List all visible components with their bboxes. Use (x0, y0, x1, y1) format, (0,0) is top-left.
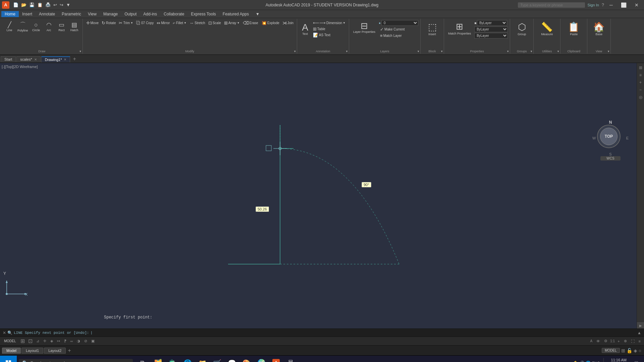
table-btn[interactable]: ⊞Table (312, 26, 347, 32)
help-btn[interactable]: ? (602, 2, 604, 7)
menu-view[interactable]: View (85, 11, 100, 17)
view3d-btn[interactable]: ◈ (634, 348, 637, 353)
top-view-btn[interactable]: TOP (600, 128, 618, 145)
layer-select[interactable]: 0 (381, 20, 418, 26)
line-btn[interactable]: ╱Line (3, 20, 15, 33)
menu-workspace[interactable]: ▼ (252, 11, 263, 17)
taskbar-autocad[interactable]: A (269, 356, 283, 362)
taskbar-chrome[interactable]: 🌍 (254, 356, 268, 362)
mirror-btn[interactable]: ⇔Mirror (155, 20, 171, 26)
join-btn[interactable]: ⋊Join (281, 20, 295, 26)
grid-btn[interactable]: ⊞ (19, 337, 26, 345)
zoom-fit-btn[interactable]: ⊕ (623, 338, 628, 344)
selection-btn[interactable]: ▣ (90, 338, 96, 344)
close-btn[interactable]: ✕ (632, 2, 641, 8)
tab-drawing1[interactable]: Drawing1* ✕ (41, 56, 70, 62)
add-layout-btn[interactable]: + (66, 348, 72, 354)
tab-scales[interactable]: scales* ✕ (16, 56, 40, 62)
text-btn[interactable]: A Text (299, 21, 311, 37)
clock[interactable]: 11:16 AM 15-01-2020 (605, 357, 629, 362)
cmd-expand-btn[interactable]: ▲ (637, 330, 641, 335)
linetype-select[interactable]: ByLayer (474, 26, 508, 32)
menu-addins[interactable]: Add-ins (140, 11, 160, 17)
minimize-btn[interactable]: ─ (607, 2, 615, 8)
layout1-tab[interactable]: Layout1 (21, 348, 43, 354)
color-select[interactable]: ByLayer (477, 20, 507, 26)
make-current-btn[interactable]: ✓Make Current (379, 26, 418, 32)
as-text-btn[interactable]: 📝AS Text (312, 32, 347, 38)
snap-btn[interactable]: ⊡ (27, 337, 34, 345)
dimension-btn[interactable]: ⟵⟶Dimension▼ (312, 20, 347, 26)
model-tab[interactable]: Model (2, 348, 21, 354)
menu-featured[interactable]: Featured Apps (219, 11, 252, 17)
lineweight-btn[interactable]: ═ (69, 339, 74, 344)
quickprop-btn[interactable]: ⊘ (83, 338, 89, 344)
viewport-btn-1[interactable]: ⊞ (637, 64, 644, 71)
customstatus-btn[interactable]: ≡ (637, 339, 642, 344)
undo-btn[interactable]: ↩ (52, 2, 58, 8)
add-tab-btn[interactable]: + (71, 56, 78, 62)
transparency-btn[interactable]: ◑ (75, 338, 82, 344)
close-scales-tab[interactable]: ✕ (34, 58, 37, 61)
cmd-search-btn[interactable]: 🔍 (7, 330, 12, 335)
taskbar-store2[interactable]: 🛒 (210, 356, 224, 362)
annotscale-btn[interactable]: A (589, 339, 594, 344)
viewport-btn-4[interactable]: − (637, 86, 644, 93)
save-btn[interactable]: 💾 (28, 2, 36, 8)
viewport-btn-3[interactable]: + (637, 79, 644, 86)
paste-btn[interactable]: 📋 Paste (565, 20, 582, 37)
taskbar-search[interactable]: 🔍 Type here to search (19, 359, 133, 362)
viewport-btn-5[interactable]: ◎ (637, 94, 644, 101)
model-space-btn[interactable]: MODEL (602, 348, 620, 353)
circle-btn[interactable]: ○Circle (30, 20, 42, 33)
rotate-btn[interactable]: ↻Rotate (100, 20, 117, 26)
keyword-search[interactable] (518, 2, 585, 8)
open-btn[interactable]: 📂 (20, 2, 28, 8)
menu-insert[interactable]: Insert (19, 11, 36, 17)
maximize-btn[interactable]: ⬜ (618, 2, 629, 8)
arc-btn[interactable]: ◠Arc (43, 20, 55, 33)
menu-collaborate[interactable]: Collaborate (160, 11, 187, 17)
taskbar-app1[interactable]: 🎨 (239, 356, 254, 362)
sys-tray[interactable]: 🔔🔊🌐 ENG (571, 360, 602, 362)
hatch-btn[interactable]: ▤Hatch (68, 20, 80, 33)
trim-btn[interactable]: ✂Trim▼ (117, 20, 135, 26)
saveas-btn[interactable]: 📋 (36, 2, 44, 8)
tab-start[interactable]: Start (1, 56, 16, 62)
array-btn[interactable]: ⊞Array▼ (223, 20, 241, 26)
sign-in-btn[interactable]: Sign In (588, 3, 599, 7)
copy-btn[interactable]: ⿻07 Copy (135, 20, 155, 26)
dynin-btn[interactable]: ⁋ (63, 338, 68, 344)
taskbar-calc[interactable]: 🖩 (284, 356, 298, 362)
menu-express[interactable]: Express Tools (187, 11, 219, 17)
stretch-btn[interactable]: ↔Stretch (188, 20, 207, 26)
match-layer-btn[interactable]: ≡Match Layer (379, 33, 418, 39)
menu-parametric[interactable]: Parametric (58, 11, 85, 17)
layer-properties-btn[interactable]: ⊟ Layer Properties (351, 20, 377, 35)
polyline-btn[interactable]: ⌒Polyline (16, 20, 30, 33)
menu-output[interactable]: Output (121, 11, 140, 17)
new-btn[interactable]: 📄 (12, 2, 19, 8)
taskview-btn[interactable]: ⧉ (135, 356, 150, 362)
lock-vp-btn[interactable]: 🔓 (627, 348, 632, 353)
scroll-right[interactable]: ▶ (637, 322, 644, 328)
zoom-in-status[interactable]: + (616, 339, 621, 344)
taskbar-explorer2[interactable]: 📁 (195, 356, 209, 362)
lineweight-select[interactable]: ByLayer (474, 33, 508, 39)
polar-btn[interactable]: ✛ (42, 338, 48, 344)
paper-btn[interactable]: ⊞ (621, 348, 625, 353)
anno-vis-btn[interactable]: 👁 (595, 339, 601, 344)
fillet-btn[interactable]: ⌐Fillet▼ (171, 20, 188, 26)
taskbar-whatsapp[interactable]: 💬 (225, 356, 239, 362)
group-btn[interactable]: ⬡ Group (515, 20, 529, 37)
notification-btn[interactable]: □ (630, 356, 643, 362)
fullscreen-btn[interactable]: ⛶ (630, 339, 636, 344)
osnap-btn[interactable]: ◈ (49, 338, 54, 344)
close-drawing1-tab[interactable]: ✕ (64, 58, 66, 61)
menu-home[interactable]: Home (1, 11, 19, 17)
wcs-label[interactable]: WCS (600, 156, 621, 161)
measure-btn[interactable]: 📏 Measure (538, 20, 555, 37)
switch-workspace-btn[interactable]: ⚙ (603, 338, 609, 344)
otrack-btn[interactable]: ↦ (56, 338, 61, 344)
scale-btn[interactable]: ⊡Scale (207, 20, 222, 26)
